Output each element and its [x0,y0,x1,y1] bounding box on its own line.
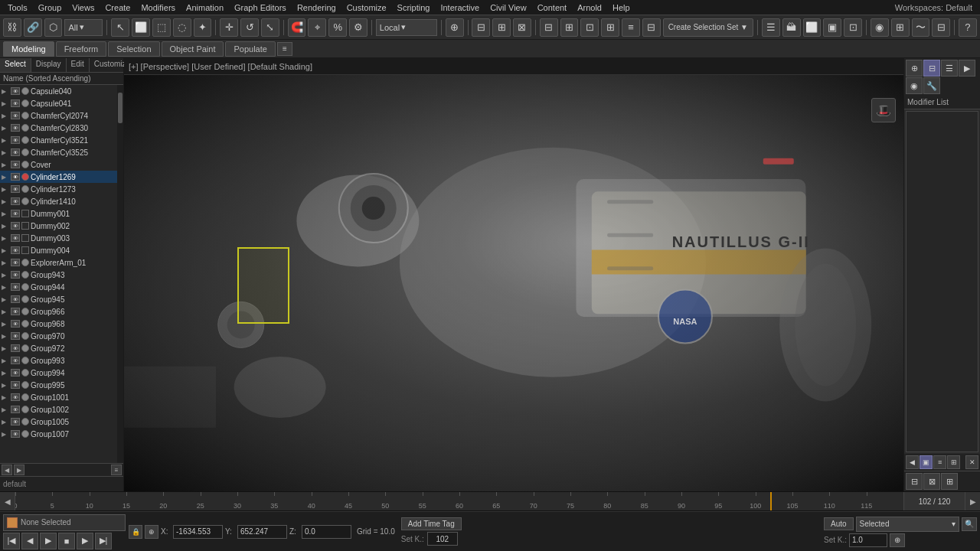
move-icon[interactable]: ✛ [220,18,238,37]
scene-item-1[interactable]: ▶👁Capsule041 [0,97,117,109]
angle-snap-icon[interactable]: ⌖ [308,18,326,37]
named-sel2-icon[interactable]: ⊞ [560,18,579,37]
scene-list[interactable]: ▶👁Capsule040▶👁Capsule041▶👁ChamferCyl2074… [0,85,117,463]
scene-item-18[interactable]: ▶👁Group966 [0,305,117,318]
tab-selection[interactable]: Selection [108,41,159,57]
menu-item-interactive[interactable]: Interactive [436,2,484,14]
filter-dropdown[interactable]: All▾ [64,19,103,36]
y-input[interactable] [237,525,287,539]
menu-item-content[interactable]: Content [533,2,572,14]
help-icon[interactable]: ? [959,18,977,37]
selected-dropdown[interactable]: Selected ▾ [856,517,959,532]
scene-item-11[interactable]: ▶👁Dummy002 [0,220,117,232]
left-scroll-thumb[interactable] [118,93,122,123]
scene-item-2[interactable]: ▶👁ChamferCyl2074 [0,109,117,122]
scene-item-23[interactable]: ▶👁Group994 [0,367,117,379]
coord-lock-icon[interactable]: 🔒 [129,525,142,539]
menu-item-create[interactable]: Create [100,2,135,14]
tab-freeform[interactable]: Freeform [56,41,107,57]
menu-item-group[interactable]: Group [34,2,67,14]
prev-frame-btn[interactable]: ◀ [21,533,38,549]
timeline-ruler[interactable]: 0510152025303540455055606570758085909510… [15,491,903,511]
menu-item-help[interactable]: Help [608,2,635,14]
menu-item-civil-view[interactable]: Civil View [485,2,531,14]
ref-coord-dropdown[interactable]: Local▾ [376,19,437,36]
scene-item-28[interactable]: ▶👁Group1007 [0,428,117,440]
timeline-playhead[interactable] [770,491,772,511]
snap-icon[interactable]: 🧲 [288,18,306,37]
link-icon[interactable]: ⛓ [3,18,21,37]
curve-editor-icon[interactable]: 〜 [912,18,930,37]
unlink-icon[interactable]: 🔗 [24,18,42,37]
scene-item-24[interactable]: ▶👁Group995 [0,379,117,391]
render-frame-icon[interactable]: ▣ [823,18,841,37]
named-sel6-icon[interactable]: ⊟ [642,18,661,37]
scene-item-25[interactable]: ▶👁Group1001 [0,391,117,403]
go-start-btn[interactable]: |◀ [3,533,20,549]
play-btn[interactable]: ▶ [40,533,57,549]
slate-icon[interactable]: ⊞ [891,18,910,37]
scene-item-3[interactable]: ▶👁ChamferCyl2830 [0,122,117,134]
set-key-input[interactable] [849,533,887,547]
x-input[interactable] [173,525,223,539]
align-icon[interactable]: ⊠ [513,18,531,37]
scene-item-0[interactable]: ▶👁Capsule040 [0,85,117,97]
spinner-snap-icon[interactable]: ⚙ [349,18,368,37]
scene-item-26[interactable]: ▶👁Group1002 [0,403,117,416]
scene-item-12[interactable]: ▶👁Dummy003 [0,232,117,244]
scene-item-16[interactable]: ▶👁Group944 [0,281,117,293]
scale-icon[interactable]: ⤡ [261,18,279,37]
timeline-right-btn[interactable]: ▶ [965,491,980,511]
scene-item-7[interactable]: ▶👁Cylinder1269 [0,171,117,183]
scene-item-22[interactable]: ▶👁Group993 [0,354,117,367]
render-setup-icon[interactable]: ⬜ [803,18,822,37]
lp-tab-select[interactable]: Select [0,58,31,72]
scene-item-15[interactable]: ▶👁Group943 [0,269,117,281]
lasso-icon[interactable]: ◌ [173,18,191,37]
lp-arrow-right[interactable]: ▶ [14,465,24,475]
mirror-icon[interactable]: ⊟ [472,18,490,37]
menu-item-rendering[interactable]: Rendering [292,2,341,14]
scene-item-9[interactable]: ▶👁Cylinder1410 [0,195,117,207]
paint-icon[interactable]: ✦ [194,18,212,37]
material-icon[interactable]: ◉ [871,18,889,37]
tab-object-paint[interactable]: Object Paint [162,41,224,57]
scene-item-13[interactable]: ▶👁Dummy004 [0,244,117,256]
scene-item-27[interactable]: ▶👁Group1005 [0,416,117,428]
scene-item-10[interactable]: ▶👁Dummy001 [0,207,117,220]
lp-tab-display[interactable]: Display [31,58,67,72]
stop-btn[interactable]: ■ [58,533,75,549]
menu-item-arnold[interactable]: Arnold [573,2,606,14]
dope-sheet-icon[interactable]: ⊟ [932,18,950,37]
key-mode-icon[interactable]: ⊕ [890,533,905,547]
scene-item-4[interactable]: ▶👁ChamferCyl3521 [0,134,117,146]
tab-modeling[interactable]: Modeling [3,41,54,57]
rp-nav-prev[interactable]: ◀ [906,455,919,469]
frame-number-input[interactable] [427,532,458,546]
scene-item-17[interactable]: ▶👁Group945 [0,293,117,305]
tb2-icon1[interactable]: ≡ [277,42,292,56]
rp-icon-modify[interactable]: ⊟ [923,60,940,77]
percent-snap-icon[interactable]: % [328,18,347,37]
rp-icon-hierarchy[interactable]: ☰ [941,60,958,77]
fence-icon[interactable]: ⬚ [152,18,171,37]
scene-icon[interactable]: 🏔 [782,18,801,37]
menu-item-customize[interactable]: Customize [342,2,391,14]
scene-item-5[interactable]: ▶👁ChamferCyl3525 [0,146,117,158]
region-select-icon[interactable]: ⬜ [132,18,150,37]
rp-nav-grid[interactable]: ≡ [933,455,946,469]
lp-arrow-left[interactable]: ◀ [2,465,12,475]
menu-item-scripting[interactable]: Scripting [393,2,435,14]
layer-icon[interactable]: ☰ [762,18,780,37]
rp-icon-create[interactable]: ⊕ [906,60,923,77]
rp-nav-close[interactable]: ✕ [965,455,978,469]
menu-item-modifiers[interactable]: Modifiers [136,2,180,14]
tab-populate[interactable]: Populate [225,41,275,57]
scene-item-21[interactable]: ▶👁Group972 [0,342,117,354]
named-sel-icon[interactable]: ⊟ [540,18,558,37]
left-scrollbar[interactable] [117,85,123,463]
rp-bot-icon2[interactable]: ⊠ [923,473,940,490]
render-prod-icon[interactable]: ⊡ [844,18,862,37]
select-icon[interactable]: ↖ [111,18,129,37]
create-sel-set-btn[interactable]: Create Selection Set ▼ [663,18,753,37]
